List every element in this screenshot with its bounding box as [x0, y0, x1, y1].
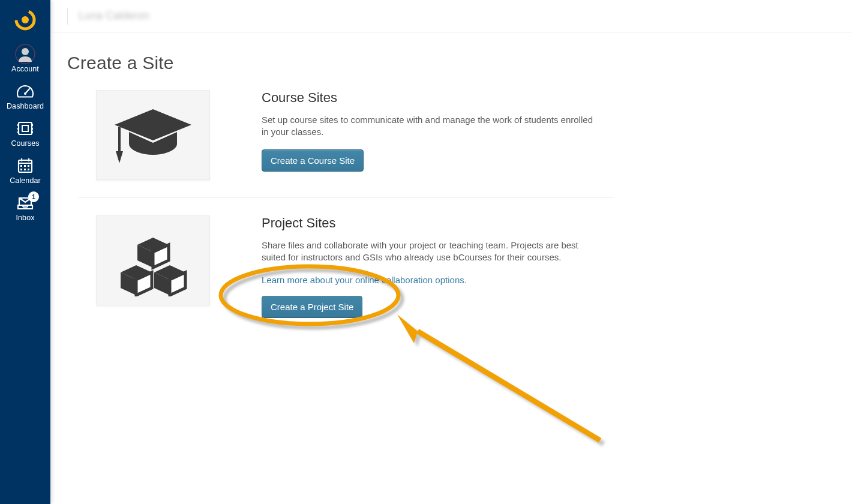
- project-sites-title: Project Sites: [262, 215, 598, 231]
- speedometer-icon: [15, 82, 35, 100]
- nav-dashboard-label: Dashboard: [7, 102, 44, 110]
- svg-marker-24: [115, 109, 191, 140]
- svg-point-3: [22, 48, 29, 55]
- create-project-site-button[interactable]: Create a Project Site: [262, 296, 362, 318]
- svg-rect-22: [24, 169, 26, 170]
- inbox-badge: 1: [28, 191, 39, 202]
- global-nav-sidebar: Account Dashboard Courses: [0, 0, 50, 504]
- create-course-site-button[interactable]: Create a Course Site: [262, 149, 364, 172]
- inbox-icon: 1: [15, 194, 35, 212]
- svg-rect-10: [31, 124, 33, 126]
- svg-line-5: [25, 89, 29, 94]
- svg-marker-26: [116, 151, 123, 163]
- project-sites-learn-more-link[interactable]: Learn more about your online collaborati…: [262, 275, 598, 285]
- boxes-icon: [96, 215, 210, 305]
- calendar-icon: [15, 157, 35, 175]
- svg-rect-20: [28, 165, 29, 167]
- topbar-divider: [67, 8, 68, 25]
- svg-rect-19: [24, 165, 26, 167]
- svg-rect-18: [20, 165, 22, 167]
- svg-rect-8: [17, 128, 19, 130]
- user-avatar-icon: [15, 45, 35, 63]
- project-sites-desc: Share files and collaborate with your pr…: [262, 239, 598, 264]
- nav-inbox-label: Inbox: [16, 214, 34, 222]
- svg-rect-6: [19, 122, 32, 134]
- nav-inbox[interactable]: 1 Inbox: [0, 190, 50, 227]
- page-title: Create a Site: [67, 53, 835, 73]
- svg-line-40: [418, 331, 600, 440]
- nav-courses[interactable]: Courses: [0, 115, 50, 152]
- svg-point-1: [22, 16, 29, 23]
- course-sites-title: Course Sites: [262, 90, 598, 106]
- book-icon: [15, 119, 35, 137]
- section-divider: [78, 197, 614, 197]
- nav-account[interactable]: Account: [0, 41, 50, 78]
- main-region: Luna Calderon Create a Site Course Sites…: [50, 0, 852, 504]
- topbar: Luna Calderon: [50, 0, 852, 32]
- project-sites-section: Project Sites Share files and collaborat…: [67, 214, 835, 335]
- svg-line-38: [421, 335, 604, 444]
- svg-rect-21: [20, 169, 22, 170]
- svg-rect-7: [17, 124, 19, 126]
- svg-rect-12: [31, 131, 33, 133]
- course-sites-desc: Set up course sites to communicate with …: [262, 114, 598, 139]
- svg-rect-23: [28, 169, 29, 170]
- svg-rect-9: [17, 131, 19, 133]
- graduation-cap-icon: [96, 90, 210, 180]
- nav-account-label: Account: [11, 65, 39, 73]
- breadcrumb-user[interactable]: Luna Calderon: [79, 10, 149, 22]
- content: Create a Site Course Sites Set up course…: [50, 32, 852, 335]
- project-sites-info: Project Sites Share files and collaborat…: [262, 215, 598, 318]
- nav-calendar[interactable]: Calendar: [0, 152, 50, 190]
- course-sites-section: Course Sites Set up course sites to comm…: [67, 89, 835, 197]
- course-sites-info: Course Sites Set up course sites to comm…: [262, 90, 598, 180]
- svg-rect-11: [31, 128, 33, 130]
- svg-rect-13: [22, 125, 28, 131]
- brand-logo-icon[interactable]: [11, 6, 39, 34]
- nav-calendar-label: Calendar: [10, 176, 41, 185]
- nav-dashboard[interactable]: Dashboard: [0, 78, 50, 115]
- nav-courses-label: Courses: [11, 139, 39, 148]
